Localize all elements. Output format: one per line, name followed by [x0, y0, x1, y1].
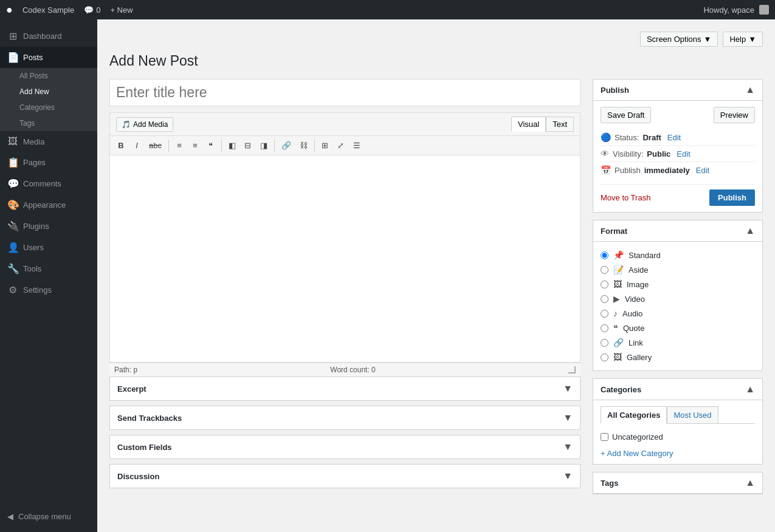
add-media-button[interactable]: 🎵 Add Media: [116, 117, 173, 132]
editor-path: Path: p: [114, 366, 137, 374]
toolbar-bold[interactable]: B: [114, 138, 128, 152]
format-radio-aside[interactable]: [601, 266, 608, 274]
help-button[interactable]: Help ▼: [723, 32, 763, 47]
publish-box-content: Save Draft Preview 🔵 Status: Draft Edit: [593, 101, 762, 212]
categories-box-header[interactable]: Categories ▲: [593, 379, 762, 400]
toolbar-more[interactable]: ☰: [350, 138, 364, 152]
user-avatar[interactable]: [759, 5, 769, 15]
tab-most-used[interactable]: Most Used: [667, 406, 718, 423]
screen-options-chevron: ▼: [704, 35, 712, 44]
tab-text[interactable]: Text: [546, 117, 574, 132]
move-to-trash-link[interactable]: Move to Trash: [601, 193, 650, 202]
categories-box-collapse[interactable]: ▲: [745, 384, 755, 395]
publish-time-item: 📅 Publish immediately Edit: [601, 162, 755, 178]
tab-all-categories[interactable]: All Categories: [601, 406, 667, 424]
sidebar-item-comments[interactable]: 💬 Comments: [0, 173, 97, 194]
sidebar-item-all-posts[interactable]: All Posts: [0, 68, 97, 84]
excerpt-chevron: ▼: [563, 383, 573, 394]
sidebar-item-add-new[interactable]: Add New: [0, 84, 97, 100]
categories-tabs: All Categories Most Used: [601, 406, 755, 424]
format-radio-audio[interactable]: [601, 310, 608, 318]
editor-resize-handle[interactable]: [568, 366, 576, 373]
sidebar-label-pages: Pages: [23, 158, 46, 167]
sidebar-item-pages[interactable]: 📋 Pages: [0, 152, 97, 173]
dashboard-icon: ⊞: [7, 30, 18, 42]
word-count-label: Word count:: [330, 366, 369, 374]
format-label-quote: Quote: [623, 324, 644, 333]
collapse-menu-button[interactable]: ◀ Collapse menu: [0, 507, 97, 526]
screen-options-button[interactable]: Screen Options ▼: [640, 32, 718, 47]
visibility-edit-link[interactable]: Edit: [677, 149, 690, 159]
toolbar-align-left[interactable]: ◧: [225, 138, 239, 152]
publish-button[interactable]: Publish: [709, 189, 755, 206]
wp-logo[interactable]: ●: [6, 4, 13, 16]
format-radio-image[interactable]: [601, 281, 608, 288]
preview-button[interactable]: Preview: [714, 107, 755, 123]
toolbar-fullscreen[interactable]: ⤢: [334, 138, 348, 152]
sidebar-item-media[interactable]: 🖼 Media: [0, 131, 97, 152]
publish-footer: Move to Trash Publish: [601, 184, 755, 206]
adminbar-new[interactable]: + New: [110, 5, 133, 15]
sidebar-item-plugins[interactable]: 🔌 Plugins: [0, 216, 97, 237]
toolbar-align-right[interactable]: ◨: [257, 138, 271, 152]
excerpt-header[interactable]: Excerpt ▼: [110, 377, 580, 400]
toolbar-ul[interactable]: ≡: [172, 138, 187, 152]
status-icon: 🔵: [601, 132, 611, 142]
posts-icon: 📄: [7, 52, 18, 63]
save-draft-button[interactable]: Save Draft: [601, 107, 651, 123]
format-radio-standard[interactable]: [601, 251, 608, 259]
format-box-header[interactable]: Format ▲: [593, 220, 762, 242]
trackbacks-header[interactable]: Send Trackbacks ▼: [110, 406, 580, 429]
toolbar-strikethrough[interactable]: abc: [145, 138, 165, 152]
format-radio-video[interactable]: [601, 295, 608, 303]
tab-visual[interactable]: Visual: [511, 117, 546, 132]
sidebar-item-users[interactable]: 👤 Users: [0, 237, 97, 258]
gallery-icon: 🖼: [613, 352, 622, 362]
format-label-audio: Audio: [622, 309, 642, 318]
adminbar-site-link[interactable]: Codex Sample: [22, 5, 74, 15]
publish-time-edit-link[interactable]: Edit: [696, 166, 709, 175]
sidebar-item-settings[interactable]: ⚙ Settings: [0, 279, 97, 301]
editor-body[interactable]: [110, 155, 580, 362]
post-title-input[interactable]: [109, 79, 580, 106]
tags-box-collapse[interactable]: ▲: [745, 477, 755, 488]
page-title: Add New Post: [109, 53, 763, 69]
format-box-collapse[interactable]: ▲: [745, 225, 755, 236]
sidebar-item-dashboard[interactable]: ⊞ Dashboard: [0, 26, 97, 47]
toolbar-sep-1: [168, 140, 169, 152]
publish-box-title: Publish: [601, 86, 629, 95]
toolbar-table[interactable]: ⊞: [318, 138, 332, 152]
publish-box-header[interactable]: Publish ▲: [593, 80, 762, 101]
format-box-title: Format: [601, 227, 627, 236]
add-new-category-link[interactable]: + Add New Category: [601, 449, 755, 458]
toolbar-link[interactable]: 🔗: [278, 138, 295, 152]
adminbar-comments[interactable]: 💬 0: [84, 5, 100, 15]
custom-fields-header[interactable]: Custom Fields ▼: [110, 435, 580, 459]
category-checkbox-uncategorized[interactable]: [601, 433, 608, 441]
toolbar-align-center[interactable]: ⊟: [241, 138, 255, 152]
screen-options-bar: Screen Options ▼ Help ▼: [109, 32, 763, 47]
tags-box-header[interactable]: Tags ▲: [593, 472, 762, 494]
sidebar-item-tags[interactable]: Tags: [0, 115, 97, 131]
sidebar-item-posts[interactable]: 📄 Posts: [0, 47, 97, 68]
publish-box-collapse[interactable]: ▲: [745, 84, 755, 95]
status-edit-link[interactable]: Edit: [667, 133, 681, 142]
toolbar-ol[interactable]: ≡: [188, 138, 202, 152]
path-value: p: [133, 366, 137, 374]
category-label-uncategorized: Uncategorized: [612, 432, 663, 442]
publish-box: Publish ▲ Save Draft Preview 🔵 Status:: [593, 79, 763, 213]
sidebar-item-tools[interactable]: 🔧 Tools: [0, 258, 97, 279]
sidebar-item-appearance[interactable]: 🎨 Appearance: [0, 194, 97, 216]
format-radio-quote[interactable]: [601, 324, 608, 332]
toolbar-blockquote[interactable]: ❝: [204, 138, 218, 152]
discussion-header[interactable]: Discussion ▼: [110, 465, 580, 488]
post-body: 🎵 Add Media Visual Text B I abc: [109, 79, 580, 493]
add-new-label: Add New: [19, 87, 49, 96]
toolbar-italic[interactable]: I: [129, 138, 144, 152]
sidebar-item-categories[interactable]: Categories: [0, 100, 97, 115]
sidebar-label-posts: Posts: [23, 53, 43, 62]
toolbar-unlink[interactable]: ⛓: [296, 138, 311, 152]
quote-icon: ❝: [613, 323, 618, 333]
format-radio-link[interactable]: [601, 339, 608, 347]
format-radio-gallery[interactable]: [601, 353, 608, 361]
